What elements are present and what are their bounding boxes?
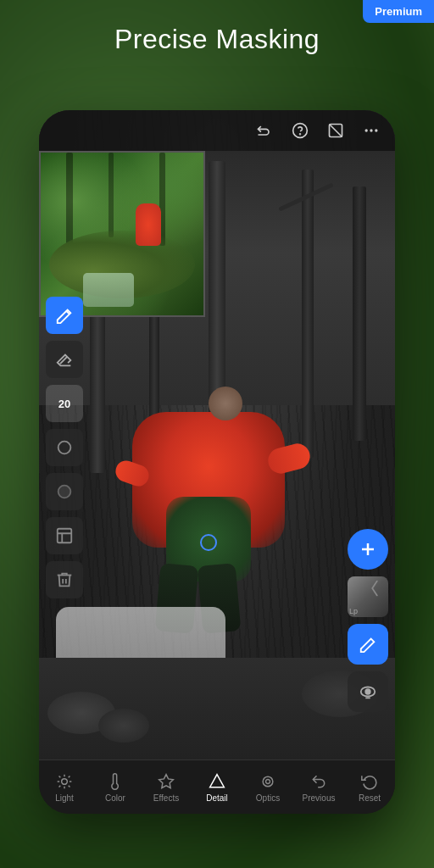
brush-edit-button[interactable] (348, 624, 388, 665)
svg-line-3 (330, 125, 342, 137)
help-icon[interactable] (290, 120, 310, 141)
bottom-nav: Light Color Effects (39, 760, 395, 814)
optics-nav-label: Optics (256, 793, 280, 803)
svg-point-4 (365, 129, 368, 131)
detail-nav-label: Detail (206, 793, 228, 803)
svg-line-19 (59, 776, 61, 777)
svg-point-5 (370, 129, 372, 131)
top-toolbar (39, 110, 395, 151)
svg-point-1 (300, 134, 301, 135)
effects-nav-icon (157, 772, 175, 791)
color-nav-label: Color (105, 793, 125, 803)
detail-nav-icon (208, 772, 226, 791)
left-toolbar: 20 (46, 297, 83, 598)
collapse-arrow[interactable] (361, 575, 388, 602)
color-nav-icon (106, 772, 125, 791)
svg-point-14 (365, 689, 370, 694)
brush-cursor (200, 534, 217, 551)
nav-item-light[interactable]: Light (39, 772, 90, 803)
nav-item-color[interactable]: Color (90, 772, 141, 803)
previous-nav-label: Previous (303, 793, 336, 803)
brush-size-value: 20 (58, 398, 70, 410)
nav-item-optics[interactable]: Optics (242, 772, 293, 803)
eraser-tool-button[interactable] (46, 341, 83, 378)
optics-nav-icon (259, 772, 277, 791)
mask-button[interactable] (46, 517, 83, 554)
svg-line-24 (69, 776, 70, 777)
overlay-icon[interactable] (326, 120, 346, 141)
svg-point-16 (62, 778, 68, 784)
previous-nav-icon (309, 772, 328, 791)
light-nav-label: Light (55, 793, 74, 803)
nav-item-detail[interactable]: Detail (192, 772, 242, 803)
nav-item-previous[interactable]: Previous (293, 772, 344, 803)
reset-nav-label: Reset (359, 793, 381, 803)
reset-nav-icon (360, 772, 379, 791)
right-toolbar: Lp (348, 529, 388, 712)
more-icon[interactable] (361, 120, 381, 141)
nav-item-reset[interactable]: Reset (344, 772, 395, 803)
brush-size-button[interactable]: 20 (46, 385, 83, 422)
svg-point-6 (375, 129, 377, 131)
svg-rect-10 (58, 529, 72, 543)
delete-button[interactable] (46, 561, 83, 598)
add-button[interactable] (348, 529, 388, 570)
svg-point-28 (266, 779, 270, 783)
svg-line-23 (59, 785, 61, 787)
svg-marker-26 (210, 774, 225, 787)
undo-icon[interactable] (254, 120, 275, 141)
light-nav-icon (55, 772, 74, 791)
svg-point-8 (58, 442, 71, 454)
brush-tool-button[interactable] (46, 297, 83, 334)
phone-mockup: 20 (39, 110, 395, 814)
effects-nav-label: Effects (153, 793, 179, 803)
svg-point-9 (58, 486, 71, 498)
feather-button[interactable] (46, 429, 83, 466)
svg-point-27 (263, 776, 273, 787)
nav-item-effects[interactable]: Effects (141, 772, 192, 803)
premium-badge[interactable]: Premium (363, 0, 434, 23)
preview-thumbnail[interactable] (39, 151, 205, 317)
page-title: Precise Masking (114, 24, 320, 55)
visibility-button[interactable] (348, 671, 388, 712)
svg-line-20 (69, 785, 70, 787)
svg-marker-25 (159, 774, 174, 787)
softness-button[interactable] (46, 473, 83, 510)
